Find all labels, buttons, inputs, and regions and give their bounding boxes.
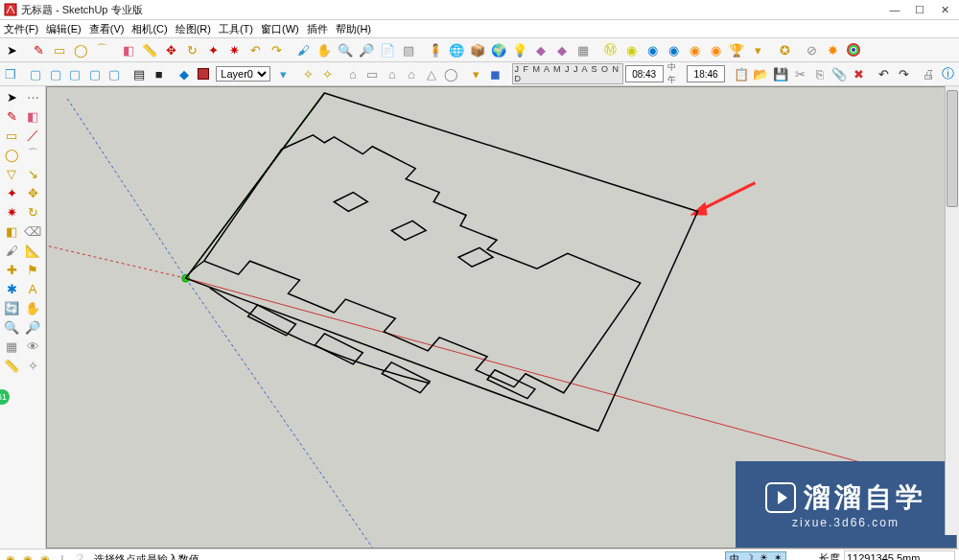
open-icon[interactable]: 📂	[752, 64, 769, 83]
scroll-thumb[interactable]	[947, 90, 958, 207]
orange2-tool-icon[interactable]: ✚	[2, 261, 21, 278]
view-pkg-icon[interactable]: ▭	[363, 64, 381, 83]
status-person-icon[interactable]: ◉	[21, 552, 35, 560]
x-icon[interactable]: ✖	[850, 64, 867, 83]
vertical-scrollbar[interactable]	[945, 86, 959, 535]
menu-help[interactable]: 帮助(H)	[336, 22, 371, 36]
view-iso-icon[interactable]: ⌂	[344, 64, 362, 83]
blue1-icon[interactable]: ◉	[643, 40, 662, 59]
status-credit-icon[interactable]: ◉	[38, 552, 52, 560]
print-icon[interactable]: 🖨	[920, 64, 937, 83]
rotate-icon[interactable]: ↻	[182, 40, 201, 59]
eraser-tool-icon[interactable]: ◧	[23, 107, 42, 125]
layer-man-icon[interactable]: ▾	[274, 64, 292, 83]
component-icon[interactable]: 📦	[468, 40, 487, 59]
orange2-icon[interactable]: ◉	[706, 40, 725, 59]
m-badge-icon[interactable]: Ⓜ	[600, 40, 620, 59]
arc-icon[interactable]: ⌒	[92, 40, 111, 59]
menu-edit[interactable]: 编辑(E)	[46, 22, 82, 36]
bulb-icon[interactable]: 💡	[510, 40, 529, 59]
target-icon[interactable]: ✪	[775, 40, 794, 59]
blue2-icon[interactable]: ◉	[664, 40, 683, 59]
rotate-tool-icon[interactable]: ↻	[23, 203, 42, 221]
view-tri-icon[interactable]: △	[423, 64, 440, 83]
axes-tool-icon[interactable]: ✱	[2, 280, 21, 297]
zoom-tool-icon[interactable]: 🔍	[2, 318, 21, 336]
walk-icon[interactable]: 📄	[378, 40, 397, 59]
cube2-icon[interactable]: ▢	[47, 64, 64, 83]
zoom-ext-icon[interactable]: 🔎	[357, 40, 376, 59]
layer-vis-icon[interactable]: ◆	[175, 64, 192, 83]
rainbow-icon[interactable]	[844, 40, 863, 59]
human-icon[interactable]: 🧍	[426, 40, 445, 59]
menu-draw[interactable]: 绘图(R)	[175, 22, 211, 36]
select-icon[interactable]: ➤	[2, 40, 21, 59]
pan-icon[interactable]: ✋	[315, 40, 334, 59]
view-small-icon[interactable]: ⌂	[403, 64, 420, 83]
zoom-icon[interactable]: 🔍	[336, 40, 355, 59]
circle-icon[interactable]: ◯	[71, 40, 90, 59]
menu-tools[interactable]: 工具(T)	[219, 22, 253, 36]
scale-icon[interactable]: ✦	[203, 40, 222, 59]
minimize-button[interactable]: —	[882, 1, 907, 18]
redo-icon[interactable]: ↷	[895, 64, 912, 83]
arc-tool-icon[interactable]: ⌒	[23, 146, 42, 163]
erase2-tool-icon[interactable]: ⌫	[23, 222, 42, 240]
month-strip[interactable]: J F M A M J J A S O N D	[512, 63, 623, 84]
text-tool-icon[interactable]: A	[23, 280, 42, 297]
move-icon[interactable]: ✥	[161, 40, 180, 59]
menu-camera[interactable]: 相机(C)	[131, 22, 167, 36]
arrow-tool-icon[interactable]: ↘	[23, 165, 42, 182]
status-help-icon[interactable]: ❔	[73, 552, 86, 560]
iso-box-icon[interactable]: ❒	[2, 64, 19, 83]
gear-icon[interactable]: ✸	[823, 40, 842, 59]
layers-icon[interactable]: ▤	[130, 64, 148, 83]
save-icon[interactable]: 💾	[772, 64, 789, 83]
menu-plugins[interactable]: 插件	[307, 22, 328, 36]
shadow-tool-icon[interactable]: ▦	[2, 338, 21, 355]
cube4-icon[interactable]: ▢	[85, 64, 103, 83]
viewport-3d[interactable]: 溜溜自学 zixue.3d66.com	[46, 86, 957, 548]
orbit-tool-icon[interactable]: 🔄	[2, 299, 21, 316]
cube1-icon[interactable]: ▢	[27, 64, 44, 83]
copy-icon[interactable]: ⎘	[811, 64, 829, 83]
orange1-icon[interactable]: ◉	[685, 40, 704, 59]
protractor-tool-icon[interactable]: 📐	[23, 242, 42, 259]
time-right-field[interactable]	[687, 65, 725, 82]
coin-icon[interactable]: ◉	[621, 40, 641, 59]
layer-select[interactable]: Layer0	[216, 66, 270, 82]
dark-icon[interactable]: ■	[150, 64, 167, 83]
dd2-icon[interactable]: ✧	[319, 64, 337, 83]
menu-view[interactable]: 查看(V)	[89, 22, 125, 36]
eraser-icon[interactable]: ◧	[119, 40, 138, 59]
dd1-icon[interactable]: ✧	[299, 64, 316, 83]
cut-icon[interactable]: ✂	[791, 64, 808, 83]
view-house-icon[interactable]: ⌂	[384, 64, 401, 83]
plug3-icon[interactable]: ▦	[573, 40, 593, 59]
cube5-icon[interactable]: ▢	[105, 64, 123, 83]
warehouse-icon[interactable]: 🌍	[489, 40, 508, 59]
tape-icon[interactable]: 📏	[140, 40, 159, 59]
no-icon[interactable]: ⊘	[802, 40, 821, 59]
view-sphere-icon[interactable]: ◯	[442, 64, 459, 83]
swatch-icon[interactable]	[195, 64, 212, 83]
clip-icon[interactable]: 📎	[830, 64, 848, 83]
dim-tool-icon[interactable]: ✧	[23, 357, 42, 374]
maximize-button[interactable]: ☐	[907, 1, 932, 18]
rect-icon[interactable]: ▭	[50, 40, 69, 59]
poly-tool-icon[interactable]: ▽	[2, 165, 21, 182]
zoom-ext-tool-icon[interactable]: 🔎	[23, 318, 42, 336]
plug1-icon[interactable]: ◆	[531, 40, 550, 59]
pin-tool-icon[interactable]: ⚑	[23, 261, 42, 278]
blue-cube-icon[interactable]: ◼	[486, 64, 503, 83]
length-field[interactable]	[844, 550, 955, 560]
undo-arc-icon[interactable]: ↶	[246, 40, 265, 59]
pencil-tool-icon[interactable]: ✎	[2, 107, 21, 125]
tape2-tool-icon[interactable]: 📏	[2, 357, 21, 374]
rect-tool-icon[interactable]: ▭	[2, 127, 21, 144]
close-button[interactable]: ✕	[932, 1, 957, 18]
dots-tool-icon[interactable]: ⋯	[23, 88, 42, 105]
paint-tool-icon[interactable]: 🖌	[2, 242, 21, 259]
star-tool-icon[interactable]: ✦	[2, 184, 21, 201]
plug2-icon[interactable]: ◆	[552, 40, 572, 59]
